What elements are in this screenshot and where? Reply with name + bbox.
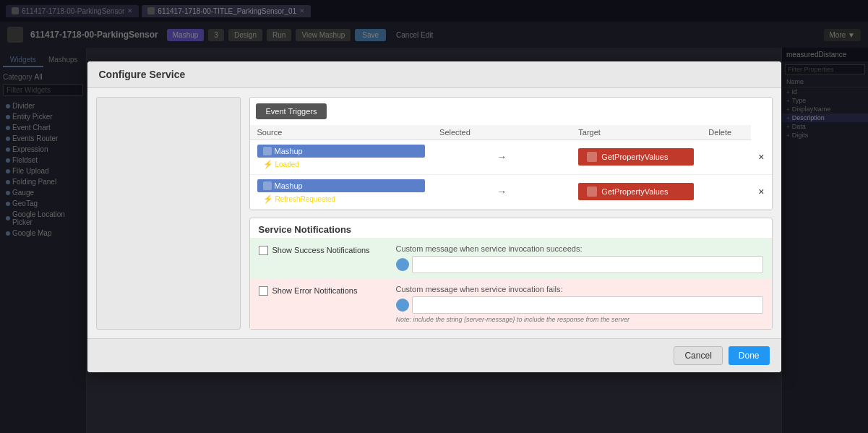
modal-left-panel <box>96 97 241 330</box>
modal-footer: Cancel Done <box>87 338 781 372</box>
error-input-row <box>396 296 763 314</box>
target-cell-2 <box>701 174 751 209</box>
trigger-row-1: Mashup ⚡ Loaded → <box>250 140 772 174</box>
svg-rect-0 <box>263 147 272 155</box>
error-input-col: Custom message when service invocation f… <box>396 285 763 323</box>
modal-right-content: Event Triggers Source Selected Target De… <box>249 97 773 330</box>
success-input-label: Custom message when service invocation s… <box>396 244 763 253</box>
success-globe-icon <box>396 258 409 271</box>
modal-title: Configure Service <box>99 69 186 80</box>
mashup-icon-1 <box>263 147 272 155</box>
service-notifications-section: Service Notifications Show Success Notif… <box>249 218 773 330</box>
col-target: Target <box>571 125 701 140</box>
modal-overlay: Configure Service Event Triggers Source … <box>0 0 868 433</box>
success-input-row <box>396 256 763 273</box>
error-globe-icon <box>396 299 409 312</box>
source-cell-2: Mashup ⚡ RefreshRequested <box>250 174 433 209</box>
error-label-col: Show Error Notifications <box>259 285 396 296</box>
source-event-2: ⚡ RefreshRequested <box>257 194 426 205</box>
selected-item-2: GetPropertyValues <box>578 183 694 200</box>
selected-cell-1: GetPropertyValues <box>571 140 701 174</box>
success-checkbox[interactable] <box>259 246 268 255</box>
configure-service-modal: Configure Service Event Triggers Source … <box>87 61 781 372</box>
target-cell-1 <box>701 140 751 174</box>
col-source: Source <box>250 125 433 140</box>
source-cell-1: Mashup ⚡ Loaded <box>250 140 433 174</box>
modal-body: Event Triggers Source Selected Target De… <box>87 88 781 338</box>
source-event-1: ⚡ Loaded <box>257 159 426 170</box>
delete-cell-2: × <box>751 174 771 209</box>
mashup-icon-2 <box>263 181 272 190</box>
source-mashup-2: Mashup <box>257 179 426 192</box>
selected-item-icon-2 <box>587 187 597 197</box>
arrow-cell-1: → <box>432 140 571 174</box>
service-notifications-title: Service Notifications <box>250 218 772 239</box>
cancel-button[interactable]: Cancel <box>674 346 722 365</box>
selected-item-icon-1 <box>587 152 597 162</box>
success-label-col: Show Success Notifications <box>259 244 396 255</box>
trigger-row-2: Mashup ⚡ RefreshRequested → <box>250 174 772 209</box>
lightning-icon-1: ⚡ <box>263 160 273 169</box>
done-button[interactable]: Done <box>729 346 770 365</box>
triggers-table: Source Selected Target Delete <box>250 125 772 210</box>
success-message-input[interactable] <box>412 256 763 273</box>
col-delete: Delete <box>701 125 751 140</box>
success-label: Show Success Notifications <box>272 246 370 254</box>
error-message-input[interactable] <box>412 296 763 314</box>
source-mashup-1: Mashup <box>257 145 426 158</box>
delete-cell-1: × <box>751 140 771 174</box>
delete-button-2[interactable]: × <box>758 186 764 197</box>
event-triggers-section: Event Triggers Source Selected Target De… <box>249 97 773 210</box>
svg-rect-1 <box>263 181 272 190</box>
success-notification-row: Show Success Notifications Custom messag… <box>250 239 772 279</box>
error-notification-row: Show Error Notifications Custom message … <box>250 279 772 329</box>
error-input-label: Custom message when service invocation f… <box>396 285 763 293</box>
success-input-col: Custom message when service invocation s… <box>396 244 763 273</box>
col-selected: Selected <box>432 125 571 140</box>
arrow-cell-2: → <box>432 174 571 209</box>
lightning-icon-2: ⚡ <box>263 194 273 204</box>
event-triggers-button[interactable]: Event Triggers <box>256 103 327 119</box>
modal-header: Configure Service <box>87 61 781 88</box>
error-label: Show Error Notifications <box>272 286 358 295</box>
error-note: Note: include the string {server-message… <box>396 316 763 323</box>
delete-button-1[interactable]: × <box>758 151 764 163</box>
selected-item-1: GetPropertyValues <box>578 148 694 166</box>
error-checkbox[interactable] <box>259 286 268 296</box>
selected-cell-2: GetPropertyValues <box>571 174 701 209</box>
